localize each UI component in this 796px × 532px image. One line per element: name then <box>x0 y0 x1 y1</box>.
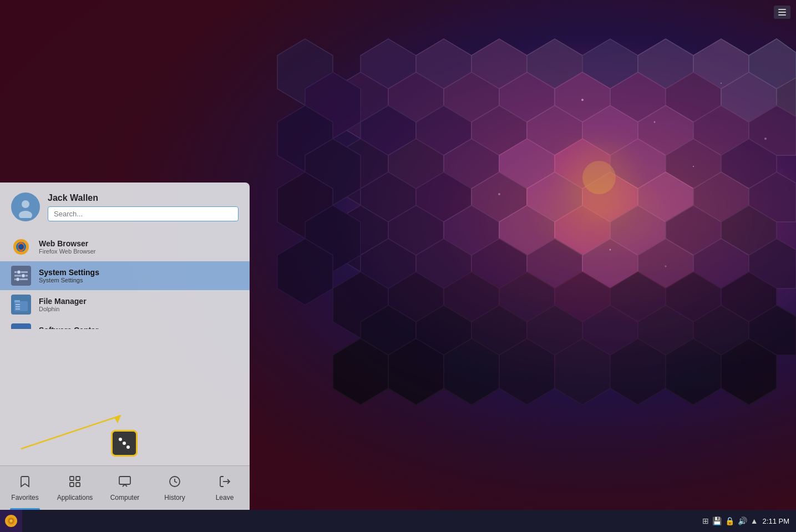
svg-marker-65 <box>305 205 361 272</box>
launcher-button-icon <box>5 515 17 527</box>
search-input[interactable] <box>48 206 239 221</box>
svg-marker-42 <box>333 205 388 272</box>
computer-icon <box>118 475 131 492</box>
svg-marker-68 <box>388 272 444 338</box>
app-file-manager-name: File Manager <box>39 297 87 306</box>
battery-icon: ▲ <box>751 516 758 525</box>
svg-marker-7 <box>693 39 749 105</box>
svg-marker-17 <box>777 78 796 122</box>
network-icon: ⊞ <box>702 516 709 525</box>
svg-marker-70 <box>499 272 555 338</box>
svg-rect-115 <box>16 308 20 310</box>
svg-point-98 <box>665 266 667 267</box>
svg-marker-27 <box>388 139 444 205</box>
svg-marker-77 <box>471 305 527 372</box>
svg-marker-30 <box>555 139 610 205</box>
svg-point-93 <box>721 83 722 84</box>
app-system-settings-desc: System Settings <box>39 277 99 283</box>
nav-tab-favorites[interactable]: Favorites <box>0 466 50 510</box>
svg-rect-128 <box>119 477 130 484</box>
nav-tab-leave[interactable]: Leave <box>200 466 250 510</box>
svg-marker-26 <box>333 139 388 205</box>
svg-marker-44 <box>444 205 499 272</box>
svg-marker-52 <box>471 239 527 305</box>
svg-marker-20 <box>471 105 527 172</box>
svg-marker-47 <box>610 205 666 272</box>
svg-marker-84 <box>388 338 444 405</box>
svg-marker-1 <box>361 39 416 105</box>
svg-marker-3 <box>471 39 527 105</box>
firefox-icon <box>11 237 31 257</box>
desktop-menu-button[interactable] <box>774 6 790 19</box>
svg-marker-37 <box>527 172 582 239</box>
svg-rect-125 <box>76 477 80 480</box>
taskbar-right: ⊞ 💾 🔒 🔊 ▲ 2:11 PM <box>702 516 796 525</box>
svg-marker-14 <box>610 72 666 139</box>
applications-icon <box>68 475 82 492</box>
svg-rect-124 <box>70 477 74 480</box>
app-web-browser-desc: Firefox Web Browser <box>39 248 96 255</box>
svg-marker-62 <box>277 105 333 172</box>
app-system-settings-name: System Settings <box>39 268 99 277</box>
app-item-web-browser[interactable]: Web Browser Firefox Web Browser <box>0 232 250 261</box>
volume-icon: 🔊 <box>738 516 747 525</box>
svg-marker-72 <box>610 272 666 338</box>
app-item-system-settings[interactable]: System Settings System Settings <box>0 261 250 290</box>
nav-tab-computer[interactable]: Computer <box>100 466 150 510</box>
svg-point-121 <box>119 438 122 441</box>
taskbar-launcher-button[interactable] <box>0 510 22 532</box>
svg-marker-83 <box>333 338 388 405</box>
svg-marker-69 <box>444 272 499 338</box>
app-web-browser-text: Web Browser Firefox Web Browser <box>39 239 96 255</box>
svg-marker-61 <box>305 72 361 139</box>
svg-rect-113 <box>16 304 20 305</box>
svg-marker-41 <box>749 172 796 222</box>
svg-point-95 <box>610 249 611 251</box>
svg-marker-8 <box>749 39 796 105</box>
svg-point-96 <box>693 166 694 167</box>
svg-point-100 <box>22 200 29 208</box>
svg-marker-29 <box>499 139 555 205</box>
nav-tab-applications[interactable]: Applications <box>50 466 100 510</box>
svg-rect-126 <box>70 483 74 487</box>
svg-point-92 <box>654 121 656 123</box>
svg-marker-19 <box>416 105 471 172</box>
svg-point-123 <box>126 445 130 449</box>
nav-tab-favorites-label: Favorites <box>11 494 38 501</box>
launcher-panel: Jack Wallen Web Browser Firefox Web Brow… <box>0 183 250 510</box>
software-icon <box>11 323 31 329</box>
svg-marker-76 <box>416 305 471 372</box>
svg-point-110 <box>16 277 20 281</box>
svg-marker-40 <box>693 172 749 239</box>
svg-marker-11 <box>444 72 499 139</box>
nav-tab-history[interactable]: History <box>150 466 200 510</box>
svg-marker-90 <box>721 338 777 405</box>
svg-marker-80 <box>638 305 693 372</box>
filemanager-icon <box>11 295 31 315</box>
app-item-file-manager[interactable]: File Manager Dolphin <box>0 290 250 319</box>
app-system-settings-text: System Settings System Settings <box>39 268 99 283</box>
svg-marker-36 <box>471 172 527 239</box>
svg-point-91 <box>581 99 584 101</box>
svg-marker-56 <box>693 239 749 305</box>
svg-marker-4 <box>527 39 582 105</box>
svg-marker-54 <box>582 239 638 305</box>
app-list: Web Browser Firefox Web Browser System S… <box>0 228 250 329</box>
svg-point-94 <box>498 193 500 195</box>
svg-marker-51 <box>416 239 471 305</box>
app-item-software-center[interactable]: Software Center Discover <box>0 319 250 329</box>
svg-marker-57 <box>749 239 796 288</box>
svg-marker-73 <box>666 272 721 338</box>
favorites-icon <box>18 475 32 492</box>
svg-marker-78 <box>527 305 582 372</box>
svg-marker-21 <box>527 105 582 172</box>
svg-marker-35 <box>416 172 471 239</box>
svg-marker-23 <box>638 105 693 172</box>
svg-marker-66 <box>277 239 333 305</box>
svg-marker-18 <box>361 105 416 172</box>
svg-marker-6 <box>638 39 693 105</box>
svg-marker-12 <box>499 72 555 139</box>
app-web-browser-name: Web Browser <box>39 239 96 248</box>
svg-marker-53 <box>527 239 582 305</box>
svg-marker-85 <box>444 338 499 405</box>
